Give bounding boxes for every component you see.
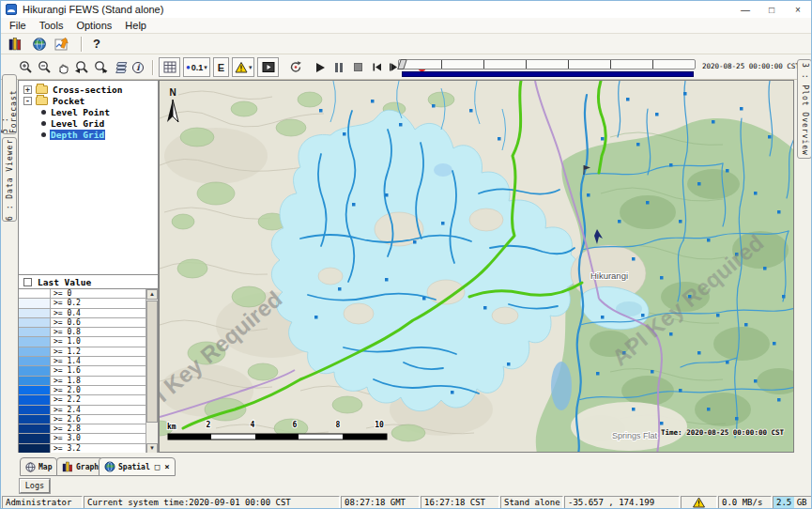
close-button[interactable]: ×: [785, 1, 811, 18]
menu-tools[interactable]: Tools: [33, 19, 70, 32]
expander-icon[interactable]: -: [23, 97, 32, 105]
menu-help[interactable]: Help: [118, 19, 153, 32]
scroll-thumb[interactable]: [146, 301, 158, 423]
chart-arrow-icon: [54, 37, 69, 52]
expander-icon[interactable]: +: [23, 85, 32, 94]
menu-options[interactable]: Options: [69, 19, 118, 32]
status-local-time: 16:27:18 CST: [421, 496, 499, 509]
tab-map[interactable]: Map: [20, 457, 57, 476]
legend-row[interactable]: >= 1.0: [19, 337, 146, 347]
zoom-in-button[interactable]: [16, 58, 35, 77]
window-controls: — □ ×: [732, 1, 811, 18]
status-download-rate: 0.0 MB/s: [718, 496, 772, 509]
legend-row[interactable]: >= 0.4: [19, 309, 146, 318]
layers-button[interactable]: [110, 58, 129, 77]
legend-row[interactable]: >= 0: [19, 289, 146, 299]
legend-swatch: [19, 299, 51, 307]
svg-text:6: 6: [293, 421, 298, 429]
import-timeseries-button[interactable]: [53, 35, 71, 54]
elevation-button[interactable]: E: [213, 57, 229, 77]
globe-blue-icon: [104, 461, 115, 472]
status-system-time: Current system time:2020-09-01 00:00 CST: [84, 496, 340, 509]
timeline-slider[interactable]: [398, 59, 696, 69]
play-button[interactable]: [311, 58, 329, 77]
tree-item-level-grid[interactable]: Level Grid: [19, 117, 158, 129]
last-value-checkbox[interactable]: [23, 278, 32, 286]
app-window: { "window": { "title": "Hikurangi FEWS (…: [0, 0, 812, 509]
flat-label: Springs Flat: [612, 431, 658, 440]
status-coordinates: -35.657 , 174.199: [564, 496, 680, 509]
legend-swatch: [19, 395, 51, 404]
scroll-up-button[interactable]: ▲: [146, 289, 158, 300]
animation-settings-button[interactable]: [286, 58, 305, 77]
map-display-button[interactable]: [30, 35, 49, 54]
zoom-next-button[interactable]: [91, 58, 110, 77]
legend-swatch: [19, 444, 51, 453]
pause-icon: [335, 63, 343, 72]
data-viewer-panel: + Cross-section - Pocket Level Point Lev…: [18, 80, 159, 453]
tree-item-cross-section[interactable]: + Cross-section: [19, 84, 158, 95]
legend-row[interactable]: >= 1.6: [19, 366, 146, 376]
warning-icon: [693, 497, 705, 508]
legend-row[interactable]: >= 1.4: [19, 357, 146, 366]
dock-tab-plot-overview[interactable]: 3 : Plot Overview: [797, 59, 812, 159]
zoom-out-button[interactable]: [35, 58, 54, 77]
main-toolbar: ?: [1, 34, 811, 54]
grid-display-button[interactable]: [159, 57, 180, 77]
dock-tab-forecast[interactable]: 5 : Forecast: [2, 74, 17, 134]
class-break-value: 0.1: [192, 63, 204, 72]
timeseries-dialog-button[interactable]: [6, 35, 24, 54]
layers-icon: [112, 60, 128, 74]
pan-button[interactable]: [54, 58, 72, 77]
help-button[interactable]: ?: [87, 35, 106, 54]
legend-row[interactable]: >= 1.2: [19, 347, 146, 357]
tab-spatial[interactable]: Spatial □ ×: [99, 457, 176, 476]
class-break-dot: ●: [186, 63, 191, 71]
legend-swatch: [19, 309, 51, 317]
tree-item-level-point[interactable]: Level Point: [19, 106, 158, 117]
legend-swatch: [19, 318, 51, 327]
class-break-dropdown[interactable]: ● 0.1 ▾: [183, 57, 210, 77]
tree-item-depth-grid[interactable]: Depth Grid: [19, 129, 158, 140]
legend-row[interactable]: >= 2.6: [19, 415, 146, 424]
status-memory: 2.5 GB: [773, 496, 812, 509]
legend-row[interactable]: >= 1.8: [19, 377, 146, 386]
legend-row[interactable]: >= 2.2: [19, 395, 146, 405]
menu-file[interactable]: File: [3, 19, 33, 32]
warning-dropdown[interactable]: ▾: [232, 57, 255, 77]
legend-row[interactable]: >= 0.8: [19, 328, 146, 337]
movie-export-button[interactable]: [257, 57, 279, 77]
tab-graph[interactable]: Graph: [56, 457, 104, 476]
zoom-previous-button[interactable]: [72, 58, 91, 77]
tab-maximize-icon[interactable]: □: [155, 462, 160, 471]
stop-button[interactable]: [348, 58, 367, 77]
hand-icon: [56, 60, 70, 74]
dock-tab-data-viewer[interactable]: 6 : Data Viewer: [2, 137, 17, 222]
map-view[interactable]: API Key Required API Key Required Hikura…: [159, 80, 794, 453]
previous-frame-button[interactable]: [367, 58, 386, 77]
bullet-icon: [41, 132, 46, 137]
logs-button[interactable]: Logs: [20, 479, 50, 493]
pause-button[interactable]: [329, 58, 348, 77]
legend-swatch: [19, 289, 51, 298]
grid-icon: [163, 60, 176, 74]
status-warning-cell[interactable]: [681, 496, 717, 509]
status-user: Administrator: [2, 496, 83, 509]
legend-row[interactable]: >= 2.8: [19, 424, 146, 434]
tree-item-pocket[interactable]: - Pocket: [19, 95, 158, 106]
minimize-button[interactable]: —: [732, 1, 758, 18]
legend-swatch: [19, 406, 51, 414]
legend-row[interactable]: >= 3.0: [19, 434, 146, 443]
legend-row[interactable]: >= 0.2: [19, 299, 146, 308]
timeline-range-bar: [402, 71, 694, 77]
legend-row[interactable]: >= 2.0: [19, 386, 146, 395]
tab-close-icon[interactable]: ×: [164, 462, 169, 471]
info-button[interactable]: i: [129, 58, 147, 77]
legend-scrollbar[interactable]: ▲ ▼: [146, 289, 158, 454]
legend-row[interactable]: >= 2.4: [19, 406, 146, 415]
svg-text:10: 10: [375, 421, 384, 429]
legend-row[interactable]: >= 0.6: [19, 318, 146, 328]
play-icon: [316, 63, 325, 72]
maximize-button[interactable]: □: [758, 1, 785, 18]
zoom-in-icon: [19, 60, 33, 74]
